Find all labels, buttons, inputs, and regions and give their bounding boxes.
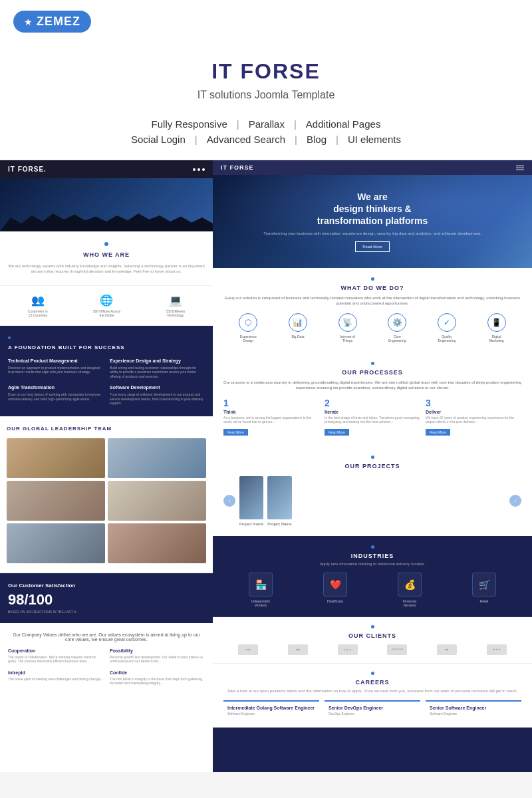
customers-icon: 👥 — [28, 294, 47, 307]
rp-proj-dot — [371, 456, 374, 459]
rp-ind-financial-label: FinancialServices — [398, 599, 422, 607]
feature-advanced-search[interactable]: Advanced Search — [207, 134, 285, 145]
lp-value-possibility-name: Possibility — [110, 648, 205, 653]
rp-industries: INDUSTRIES Apply new innovative thinking… — [213, 536, 532, 617]
core-engineering-icon: ⚙️ — [388, 313, 406, 332]
carousel-prev-btn[interactable]: ‹ — [223, 495, 235, 507]
lp-nav-dot — [193, 168, 196, 171]
rp-job-list: Intermediate Golang Software Engineer So… — [223, 700, 521, 720]
lp-found-item-4-text: Trust every stage of software developmen… — [110, 392, 205, 406]
rp-navbar: IT FORSE — [213, 160, 532, 175]
rp-icon-bigdata-label: Big Data — [289, 334, 307, 338]
feature-fully-responsive[interactable]: Fully Responsive — [152, 118, 227, 130]
features-row-1: Fully Responsive | Parallax | Additional… — [13, 118, 519, 130]
lp-found-item-2-text: Build strong and lasting customer relati… — [110, 366, 205, 379]
lp-stat-tech-label: 150 DifferentTechnology — [166, 309, 185, 317]
lp-found-dot — [8, 336, 11, 339]
rp-ind-financial: 💰 FinancialServices — [398, 573, 422, 607]
lp-stat-offices-label: 300 Offices Acrossthe Globe — [93, 309, 121, 317]
team-photo-1 — [7, 438, 105, 478]
feature-additional-pages[interactable]: Additional Pages — [306, 118, 381, 130]
rp-ind-vendors: 🏪 IndependentVendors — [249, 573, 273, 607]
feature-social-login[interactable]: Social Login — [131, 134, 186, 145]
separator-4: | — [295, 134, 297, 145]
rp-step-iterate-btn[interactable]: Read More — [325, 429, 349, 436]
rp-icon-digital-label: DigitalMarketing — [487, 334, 506, 342]
lp-stat-customers-label: Customers in12 Countries — [28, 309, 47, 317]
lp-value-confide-text: The firm belief in integrity is the basi… — [110, 677, 205, 686]
rp-what-icons: ⬡ ExperienceDesign 📊 Big Data 📡 Internet… — [223, 313, 521, 342]
rp-ind-healthcare-label: Healthcare — [323, 599, 347, 603]
experience-design-icon: ⬡ — [239, 313, 257, 332]
logo-icon: ★ — [24, 17, 33, 27]
right-panel: IT FORSE We aredesign thinkers &transfor… — [213, 160, 532, 772]
hamburger-icon[interactable] — [516, 166, 524, 170]
team-photo-4 — [108, 481, 206, 521]
rp-projects: OUR PROJECTS ‹ Project Name Project Name… — [213, 446, 532, 536]
rp-job-devops-sub: DevOps Engineer — [329, 712, 416, 716]
rp-hero-btn[interactable]: Read More — [355, 241, 390, 252]
rp-clients-title: OUR CLIENTS — [223, 632, 521, 639]
rp-step-iterate-text: In the best shape of tests and ideas. Tr… — [325, 416, 420, 424]
separator-1: | — [237, 118, 239, 130]
logo[interactable]: ★ ZEMEZ — [13, 11, 91, 33]
offices-icon: 🌐 — [93, 294, 121, 307]
rp-icon-quality: ✓ QualityEngineering — [438, 313, 456, 342]
feature-ui-elements[interactable]: UI elements — [348, 134, 401, 145]
rp-proj-img-1 — [239, 476, 263, 519]
rp-step-deliver-btn[interactable]: Read More — [426, 429, 450, 436]
rp-job-senior-sw-title: Senior Software Engineer — [430, 706, 517, 710]
rp-step-think-num: 1 — [223, 398, 319, 408]
rp-proj-images: Project Name Project Name — [239, 476, 505, 526]
lp-values-title: Our Company Values define who we are. Ou… — [8, 632, 205, 642]
rp-careers-title: CAREERS — [223, 679, 521, 686]
rp-ind-grid: 🏪 IndependentVendors ❤️ Healthcare 💰 Fin… — [223, 573, 521, 607]
rp-step-iterate-num: 2 — [325, 398, 420, 408]
rp-careers-text: Take a look at our open positions below … — [223, 688, 521, 694]
lp-who-section: WHO WE ARE We are technology experts wit… — [0, 231, 213, 286]
rp-proj-name-1: Project Name — [239, 522, 263, 526]
carousel-next-btn[interactable]: › — [509, 495, 521, 507]
client-logo-5: ■■ — [437, 644, 457, 655]
rp-icon-engineering: ⚙️ CoreEngineering — [388, 313, 406, 342]
rp-job-devops-title: Senior DevOps Engineer — [329, 706, 416, 710]
rp-step-think-title: Think — [223, 410, 319, 414]
lp-stats: 👥 Customers in12 Countries 🌐 300 Offices… — [0, 286, 213, 326]
lp-navbar-logo: IT FORSE. — [8, 166, 47, 173]
lp-value-confide: Confide The firm belief in integrity is … — [110, 670, 205, 686]
lp-found-item-4-title: Software Development — [110, 385, 205, 390]
rp-ind-dot — [371, 545, 374, 549]
lp-section-dot — [104, 242, 108, 246]
rp-clients-dot — [371, 625, 374, 628]
rp-hero: We aredesign thinkers &transformation pl… — [213, 175, 532, 268]
lp-value-intrepid-name: Intrepid — [8, 670, 103, 675]
logo-text: ZEMEZ — [37, 15, 80, 29]
team-photo-2 — [108, 438, 206, 478]
features-bar: Fully Responsive | Parallax | Additional… — [0, 108, 532, 160]
quality-icon: ✓ — [438, 313, 456, 332]
rp-step-think-btn[interactable]: Read More — [223, 429, 248, 436]
lp-value-cooperation-text: The power of collaboration. We're workin… — [8, 655, 103, 664]
lp-found-item-1: Technical Product Management Discover an… — [8, 358, 103, 379]
rp-ind-title: INDUSTRIES — [223, 553, 521, 559]
lp-who-title: WHO WE ARE — [8, 251, 205, 258]
lp-navbar-menu — [193, 168, 205, 171]
rp-processes: OUR PROCESSES Our process is a continuou… — [213, 352, 532, 446]
feature-parallax[interactable]: Parallax — [249, 118, 285, 130]
financial-icon: 💰 — [398, 573, 422, 597]
team-photo-5 — [7, 523, 105, 563]
feature-blog[interactable]: Blog — [307, 134, 327, 145]
rp-job-senior-sw: Senior Software Engineer Software Engine… — [426, 700, 521, 720]
rp-icon-iot: 📡 Internet ofThings — [338, 313, 357, 342]
rp-what-section: WHAT DO WE DO? Every our solution is com… — [213, 268, 532, 352]
lp-values: Our Company Values define who we are. Ou… — [0, 623, 213, 695]
rp-job-golang-title: Intermediate Golang Software Engineer — [227, 706, 315, 710]
rp-ind-healthcare: ❤️ Healthcare — [323, 573, 347, 607]
lp-foundation-grid: Technical Product Management Discover an… — [8, 358, 205, 406]
tech-icon: 💻 — [166, 294, 185, 307]
rp-icon-experience: ⬡ ExperienceDesign — [239, 313, 257, 342]
lp-value-possibility-text: Personal growth and development. Our bel… — [110, 655, 205, 664]
lp-hero-image — [0, 178, 213, 231]
rp-careers: CAREERS Take a look at our open position… — [213, 664, 532, 728]
lp-value-cooperation-name: Cooperation — [8, 648, 103, 653]
